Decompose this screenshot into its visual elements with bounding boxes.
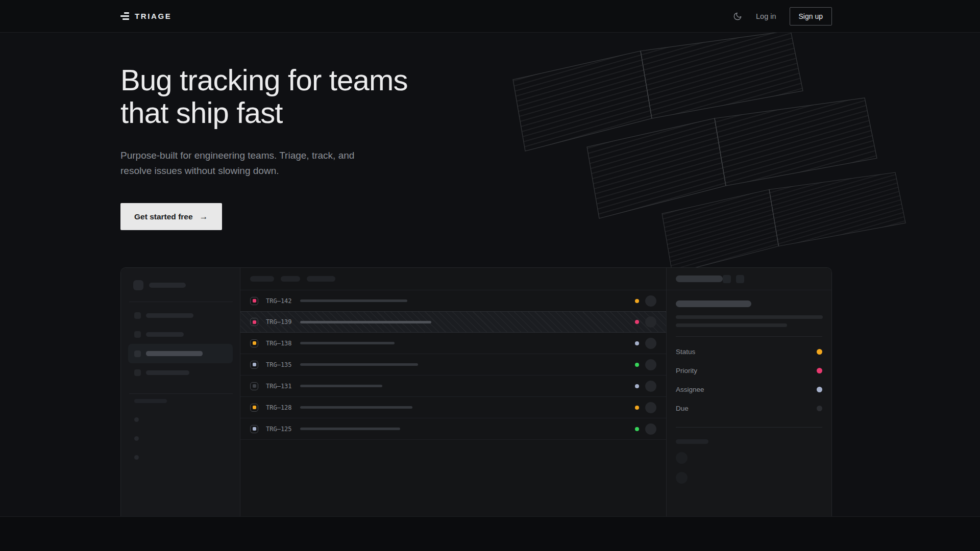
sidebar-divider bbox=[129, 393, 233, 394]
assignee-avatar bbox=[645, 359, 656, 370]
moon-icon bbox=[733, 12, 742, 21]
activity-label-placeholder bbox=[676, 439, 708, 444]
triage-logo-icon bbox=[120, 12, 129, 20]
sidebar-section-label-placeholder bbox=[134, 399, 167, 403]
heading-line-2: that ship fast bbox=[120, 96, 283, 129]
subtext-line-2: resolve issues without slowing down. bbox=[120, 165, 279, 176]
status-dot bbox=[635, 363, 639, 367]
detail-field-assignee[interactable]: Assignee bbox=[676, 380, 822, 399]
sidebar-item-active[interactable] bbox=[128, 344, 233, 363]
sidebar-item-icon bbox=[134, 331, 141, 338]
assignee-avatar bbox=[645, 338, 656, 349]
issue-list: TRG–142TRG–139TRG–138TRG–135TRG–131TRG–1… bbox=[240, 268, 666, 517]
status-dot bbox=[635, 299, 639, 303]
issue-id: TRG–125 bbox=[266, 425, 292, 433]
issue-list-rows: TRG–142TRG–139TRG–138TRG–135TRG–131TRG–1… bbox=[240, 290, 666, 440]
issue-type-icon bbox=[250, 361, 258, 369]
assignee-avatar bbox=[645, 295, 656, 307]
sidebar-item[interactable] bbox=[121, 363, 240, 382]
assignee-avatar bbox=[645, 423, 656, 435]
get-started-button[interactable]: Get started free → bbox=[120, 203, 222, 230]
issue-row[interactable]: TRG–138 bbox=[240, 333, 666, 354]
detail-field-due[interactable]: Due bbox=[676, 399, 822, 418]
issue-type-icon bbox=[250, 297, 258, 305]
subtext-line-1: Purpose-built for engineering teams. Tri… bbox=[120, 150, 354, 161]
issue-title-placeholder bbox=[300, 342, 395, 344]
issue-row-selected[interactable]: TRG–139 bbox=[240, 311, 666, 333]
sidebar-item-label-placeholder bbox=[146, 313, 193, 318]
panel-action-button[interactable] bbox=[723, 275, 731, 283]
workspace-switcher bbox=[133, 280, 240, 290]
sidebar-item-label-placeholder bbox=[146, 351, 203, 356]
issue-id: TRG–135 bbox=[266, 361, 292, 368]
page-title: Bug tracking for teams that ship fast bbox=[120, 64, 408, 129]
issue-description-placeholder bbox=[676, 315, 823, 319]
arrow-right-icon: → bbox=[200, 211, 208, 221]
issue-title-placeholder bbox=[300, 428, 400, 430]
field-value-dot bbox=[817, 406, 822, 411]
sidebar-divider bbox=[129, 302, 233, 302]
login-link[interactable]: Log in bbox=[756, 12, 776, 20]
sidebar-item-icon bbox=[134, 350, 141, 357]
detail-panel-header bbox=[667, 268, 831, 290]
field-value-dot bbox=[817, 368, 822, 373]
issue-row[interactable]: TRG–125 bbox=[240, 418, 666, 440]
filter-pill-placeholder bbox=[250, 276, 274, 282]
comment-avatar-placeholder bbox=[676, 452, 688, 464]
issue-type-icon bbox=[250, 339, 258, 347]
workspace-name-placeholder bbox=[149, 283, 186, 288]
signup-button[interactable]: Sign up bbox=[790, 7, 832, 26]
detail-field-status[interactable]: Status bbox=[676, 342, 822, 361]
sidebar-item-label-placeholder bbox=[146, 370, 189, 375]
sidebar-item[interactable] bbox=[121, 306, 240, 325]
sidebar-item-label-placeholder bbox=[146, 332, 184, 337]
theme-toggle-button[interactable] bbox=[732, 11, 743, 21]
issue-type-icon bbox=[250, 318, 258, 326]
status-dot bbox=[635, 406, 639, 410]
issue-type-icon bbox=[250, 425, 258, 433]
detail-title-placeholder bbox=[676, 276, 723, 282]
hero-section: Bug tracking for teams that ship fast Pu… bbox=[0, 33, 980, 517]
issue-title-placeholder bbox=[300, 406, 412, 409]
status-dot bbox=[635, 341, 639, 345]
page-footer bbox=[0, 517, 980, 551]
status-dot bbox=[635, 427, 639, 431]
panel-action-button[interactable] bbox=[736, 275, 744, 283]
issue-row[interactable]: TRG–142 bbox=[240, 290, 666, 312]
detail-fields: StatusPriorityAssigneeDue bbox=[676, 337, 822, 418]
top-nav: TRIAGE Log in Sign up bbox=[0, 0, 980, 33]
detail-field-priority[interactable]: Priority bbox=[676, 361, 822, 380]
app-mockup-card: TRG–142TRG–139TRG–138TRG–135TRG–131TRG–1… bbox=[120, 267, 832, 517]
field-label: Status bbox=[676, 348, 695, 356]
field-label: Priority bbox=[676, 367, 697, 374]
issue-title-placeholder bbox=[300, 385, 382, 387]
status-dot bbox=[635, 384, 639, 388]
issue-type-icon bbox=[250, 382, 258, 390]
cta-label: Get started free bbox=[134, 212, 193, 221]
sidebar-item-icon bbox=[134, 369, 141, 376]
issue-detail-panel: StatusPriorityAssigneeDue bbox=[666, 268, 831, 517]
assignee-avatar bbox=[645, 381, 656, 392]
hero-subtext: Purpose-built for engineering teams. Tri… bbox=[120, 148, 354, 179]
issue-row[interactable]: TRG–135 bbox=[240, 354, 666, 375]
brand-name: TRIAGE bbox=[135, 12, 172, 20]
issue-list-toolbar bbox=[240, 268, 666, 290]
filter-pill-placeholder bbox=[307, 276, 335, 282]
sidebar-bullet bbox=[134, 436, 139, 441]
field-label: Due bbox=[676, 405, 689, 412]
assignee-avatar bbox=[645, 402, 656, 413]
filter-pill-placeholder bbox=[281, 276, 300, 282]
workspace-avatar bbox=[133, 280, 143, 290]
comment-avatar-placeholder bbox=[676, 472, 688, 484]
sidebar-bullet bbox=[134, 417, 139, 422]
issue-id: TRG–131 bbox=[266, 383, 292, 390]
issue-id: TRG–139 bbox=[266, 318, 292, 325]
issue-row[interactable]: TRG–128 bbox=[240, 397, 666, 418]
sidebar-item[interactable] bbox=[121, 325, 240, 344]
brand-logo[interactable]: TRIAGE bbox=[120, 12, 172, 20]
issue-id: TRG–128 bbox=[266, 404, 292, 411]
panel-divider bbox=[676, 427, 822, 428]
mockup-sidebar bbox=[121, 268, 240, 517]
issue-row[interactable]: TRG–131 bbox=[240, 375, 666, 397]
field-value-dot bbox=[817, 387, 822, 392]
